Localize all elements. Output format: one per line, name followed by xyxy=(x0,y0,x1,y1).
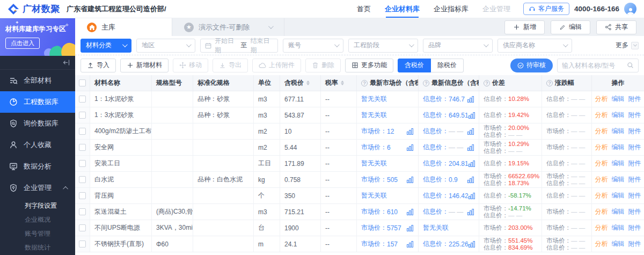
op-edit-link[interactable]: 编辑 xyxy=(612,175,625,184)
op-attach-link[interactable]: 附件 xyxy=(628,94,641,104)
op-edit-link[interactable]: 编辑 xyxy=(612,111,625,120)
op-analyze-link[interactable]: 分析 xyxy=(595,127,608,136)
nav-enterprise-materials[interactable]: 企业材料库 xyxy=(385,0,420,18)
pending-review-button[interactable]: 待审核 xyxy=(510,59,553,72)
op-edit-link[interactable]: 编辑 xyxy=(612,159,625,168)
op-analyze-link[interactable]: 分析 xyxy=(595,223,608,232)
op-analyze-link[interactable]: 分析 xyxy=(595,191,608,200)
op-edit-link[interactable]: 编辑 xyxy=(612,239,625,249)
row-checkbox[interactable] xyxy=(79,192,86,199)
op-edit-link[interactable]: 编辑 xyxy=(612,191,625,200)
tax-included-toggle[interactable]: 含税价 xyxy=(398,59,431,72)
filter-project-stage[interactable]: 工程阶段 xyxy=(348,39,418,53)
row-checkbox[interactable] xyxy=(79,128,86,135)
import-button[interactable]: 导入 xyxy=(80,59,116,72)
sort-icon[interactable] xyxy=(341,81,344,85)
op-analyze-link[interactable]: 分析 xyxy=(595,175,608,184)
share-button[interactable]: 共享 xyxy=(596,20,636,34)
no-link-text[interactable]: 暂无关联 xyxy=(361,94,387,104)
tab-main-library[interactable]: 主库 xyxy=(75,18,172,36)
add-button[interactable]: 新增 xyxy=(504,20,545,34)
search-icon[interactable] xyxy=(627,62,634,69)
nav-home[interactable]: 首页 xyxy=(357,0,371,18)
price-trend-icon[interactable] xyxy=(469,161,475,167)
edit-button[interactable]: 编辑 xyxy=(551,20,590,34)
sidebar-subitem-account-manage[interactable]: 账号管理 xyxy=(0,227,75,241)
nav-enterprise-index[interactable]: 企业指标库 xyxy=(434,0,469,18)
price-trend-icon[interactable] xyxy=(407,225,414,231)
help-icon[interactable]: ? xyxy=(423,80,429,86)
help-icon[interactable]: ? xyxy=(484,80,490,86)
op-edit-link[interactable]: 编辑 xyxy=(612,143,625,152)
price-trend-icon[interactable] xyxy=(407,177,414,183)
sidebar-item-project-database[interactable]: 工程数据库 xyxy=(0,91,75,113)
sidebar-item-personal-favorites[interactable]: 个人收藏 xyxy=(0,134,75,156)
help-icon[interactable]: ? xyxy=(361,80,368,86)
op-attach-link[interactable]: 附件 xyxy=(628,239,641,249)
avatar[interactable] xyxy=(624,3,636,15)
customer-service-button[interactable]: 客户服务 xyxy=(523,3,569,15)
price-trend-icon[interactable] xyxy=(467,144,474,151)
help-icon[interactable]: ? xyxy=(546,80,553,86)
row-checkbox[interactable] xyxy=(79,112,86,119)
op-analyze-link[interactable]: 分析 xyxy=(595,159,608,168)
price-trend-icon[interactable] xyxy=(467,209,474,215)
op-edit-link[interactable]: 编辑 xyxy=(612,223,625,232)
filter-brand[interactable]: 品牌 xyxy=(423,39,493,53)
row-checkbox[interactable] xyxy=(79,144,86,151)
sidebar-collapse-toggle[interactable] xyxy=(0,56,75,70)
op-edit-link[interactable]: 编辑 xyxy=(612,127,625,136)
row-checkbox[interactable] xyxy=(79,176,86,183)
op-analyze-link[interactable]: 分析 xyxy=(595,143,608,152)
filter-more-button[interactable]: 更多 xyxy=(616,41,639,50)
price-trend-icon[interactable] xyxy=(407,128,414,135)
no-link-text[interactable]: 暂无关联 xyxy=(361,159,387,168)
price-trend-icon[interactable] xyxy=(407,144,414,151)
no-link-text[interactable]: 暂无关联 xyxy=(361,111,387,120)
filter-date-range[interactable]: 开始日期 至 结束日期 xyxy=(200,39,278,53)
row-checkbox[interactable] xyxy=(79,224,86,231)
price-trend-icon[interactable] xyxy=(469,193,475,199)
op-edit-link[interactable]: 编辑 xyxy=(612,94,625,104)
op-attach-link[interactable]: 附件 xyxy=(628,159,641,168)
price-trend-icon[interactable] xyxy=(467,128,474,135)
sidebar-subitem-company-profile[interactable]: 企业概况 xyxy=(0,213,75,227)
filter-account[interactable]: 账号 xyxy=(283,39,343,53)
op-attach-link[interactable]: 附件 xyxy=(628,143,641,152)
price-trend-icon[interactable] xyxy=(469,241,475,247)
filter-supplier[interactable]: 供应商名称 xyxy=(497,39,572,53)
sidebar-item-data-analysis[interactable]: 数据分析 xyxy=(0,156,75,177)
op-analyze-link[interactable]: 分析 xyxy=(595,94,608,104)
op-analyze-link[interactable]: 分析 xyxy=(595,111,608,120)
sidebar-subitem-data-statistics[interactable]: 数据统计 xyxy=(0,241,75,254)
filter-material-category[interactable]: 材料分类 xyxy=(80,39,131,53)
select-all-checkbox[interactable] xyxy=(79,79,86,86)
sidebar-item-all-materials[interactable]: 全部材料 xyxy=(0,70,75,91)
op-attach-link[interactable]: 附件 xyxy=(628,191,641,200)
row-checkbox[interactable] xyxy=(79,160,86,167)
filter-region[interactable]: 地区 xyxy=(136,39,195,53)
price-trend-icon[interactable] xyxy=(467,177,474,183)
tax-excluded-toggle[interactable]: 除税价 xyxy=(431,59,464,72)
op-analyze-link[interactable]: 分析 xyxy=(595,239,608,249)
price-trend-icon[interactable] xyxy=(407,241,414,247)
row-checkbox[interactable] xyxy=(79,208,86,215)
banner-enter-button[interactable]: 点击进入 xyxy=(5,38,40,49)
sidebar-banner[interactable]: ✦ + 材料库建库学习专区 点击进入 xyxy=(0,18,75,56)
logo[interactable]: 广材数聚 xyxy=(8,3,60,15)
op-attach-link[interactable]: 附件 xyxy=(628,111,641,120)
no-link-text[interactable]: 暂无关联 xyxy=(423,223,449,232)
add-material-button[interactable]: 新增材料 xyxy=(120,59,169,72)
price-trend-icon[interactable] xyxy=(469,112,475,119)
more-functions-button[interactable]: 更多功能 xyxy=(345,59,393,72)
op-attach-link[interactable]: 附件 xyxy=(628,175,641,184)
price-trend-icon[interactable] xyxy=(467,96,474,103)
tab-demo-file[interactable]: ★ 演示文件-可删除 xyxy=(172,18,284,36)
chevron-down-icon[interactable] xyxy=(268,24,274,29)
price-trend-icon[interactable] xyxy=(407,209,414,215)
op-edit-link[interactable]: 编辑 xyxy=(612,207,625,216)
sidebar-item-enterprise-manage[interactable]: 企业管理 xyxy=(0,177,75,199)
row-checkbox[interactable] xyxy=(79,241,86,247)
op-attach-link[interactable]: 附件 xyxy=(628,207,641,216)
search-input[interactable] xyxy=(562,62,624,69)
